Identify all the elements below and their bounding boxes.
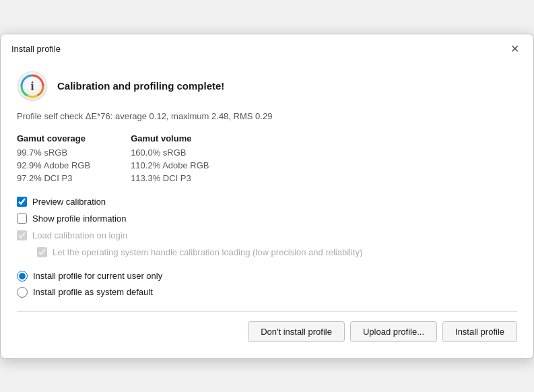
volume-row-3: 113.3% DCI P3 [131, 173, 209, 183]
os-handle-row: Let the operating system handle calibrat… [37, 247, 517, 257]
load-calibration-checkbox[interactable] [17, 230, 27, 240]
upload-profile-button[interactable]: Upload profile... [350, 321, 437, 342]
system-default-radio[interactable] [17, 287, 28, 298]
title-bar: Install profile ✕ [1, 34, 533, 63]
show-profile-label: Show profile information [32, 214, 126, 224]
system-default-label: Install profile as system default [33, 287, 153, 297]
install-options-section: Install profile for current user only In… [17, 271, 517, 298]
os-handle-checkbox[interactable] [37, 247, 47, 257]
dialog-content: i Calibration and profiling complete! Pr… [1, 63, 533, 358]
svg-text:i: i [30, 79, 34, 93]
options-section: Preview calibration Show profile informa… [17, 197, 517, 257]
coverage-row-2: 92.9% Adobe RGB [17, 160, 90, 170]
gamut-volume-col: Gamut volume 160.0% sRGB 110.2% Adobe RG… [131, 133, 209, 183]
coverage-row-3: 97.2% DCI P3 [17, 173, 90, 183]
system-default-row: Install profile as system default [17, 287, 517, 298]
close-button[interactable]: ✕ [506, 41, 523, 57]
preview-calibration-label: Preview calibration [32, 197, 106, 207]
info-icon: i [17, 71, 48, 102]
gamut-coverage-col: Gamut coverage 99.7% sRGB 92.9% Adobe RG… [17, 133, 90, 183]
dont-install-button[interactable]: Don't install profile [248, 321, 345, 342]
load-calibration-label: Load calibration on login [32, 230, 127, 240]
preview-calibration-checkbox[interactable] [17, 197, 27, 207]
completion-text: Calibration and profiling complete! [57, 80, 224, 92]
show-profile-checkbox[interactable] [17, 214, 27, 224]
coverage-row-1: 99.7% sRGB [17, 148, 90, 158]
gamut-section: Gamut coverage 99.7% sRGB 92.9% Adobe RG… [17, 133, 517, 183]
load-calibration-row: Load calibration on login [17, 230, 517, 240]
install-profile-button[interactable]: Install profile [442, 321, 517, 342]
current-user-row: Install profile for current user only [17, 271, 517, 282]
preview-calibration-row: Preview calibration [17, 197, 517, 207]
dialog-title: Install profile [11, 44, 61, 54]
header-row: i Calibration and profiling complete! [17, 71, 517, 102]
profile-check-text: Profile self check ΔE*76: average 0.12, … [17, 111, 517, 121]
os-handle-label: Let the operating system handle calibrat… [53, 247, 362, 257]
volume-row-1: 160.0% sRGB [131, 148, 209, 158]
current-user-label: Install profile for current user only [33, 271, 162, 281]
volume-row-2: 110.2% Adobe RGB [131, 160, 209, 170]
button-row: Don't install profile Upload profile... … [17, 321, 517, 345]
install-profile-dialog: Install profile ✕ [0, 34, 534, 359]
gamut-coverage-header: Gamut coverage [17, 133, 90, 143]
divider [17, 311, 517, 312]
gamut-volume-header: Gamut volume [131, 133, 209, 143]
current-user-radio[interactable] [17, 271, 28, 282]
show-profile-row: Show profile information [17, 214, 517, 224]
